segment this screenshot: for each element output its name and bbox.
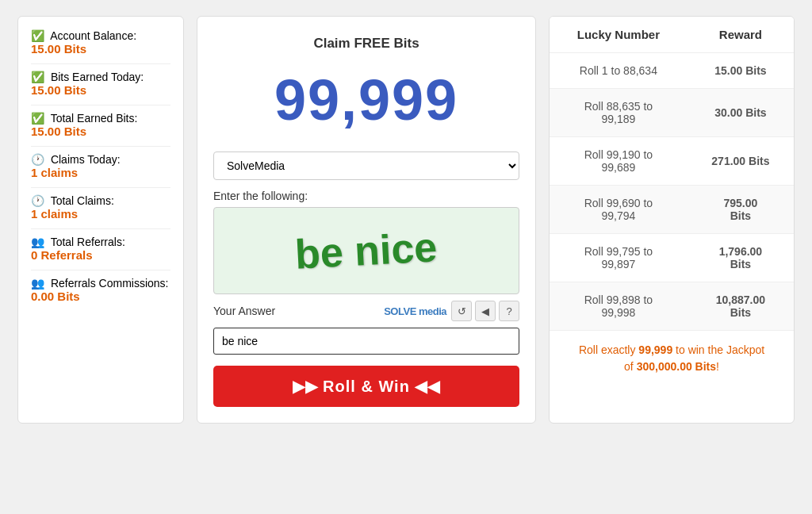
reward-row-2: Roll 99,190 to99,689271.00 Bits (550, 137, 794, 186)
stat-row-bits-earned-today: ✅ Bits Earned Today: 15.00 Bits (31, 71, 170, 97)
answer-input[interactable] (213, 328, 519, 355)
jackpot-amount: 300,000.00 Bits (637, 360, 716, 373)
jackpot-row: Roll exactly 99,999 to win the Jackpotof… (550, 331, 794, 386)
stat-label-claims-today: 🕐 Claims Today: (31, 153, 170, 166)
center-title: Claim FREE Bits (313, 36, 419, 52)
your-answer-label: Your Answer (213, 305, 275, 317)
stat-row-claims-today: 🕐 Claims Today: 1 claims (31, 153, 170, 179)
range-cell-5: Roll 99,898 to99,998 (550, 282, 688, 331)
captcha-image: be nice (213, 207, 519, 294)
stat-label-text-total-earned-bits: Total Earned Bits: (51, 112, 138, 125)
captcha-instruction: Enter the following: (213, 190, 519, 202)
stat-value-claims-today: 1 claims (31, 166, 170, 179)
reward-row-0: Roll 1 to 88,63415.00 Bits (550, 53, 794, 89)
stat-icon-claims-today: 🕐 (31, 153, 44, 166)
divider-1 (31, 105, 170, 105)
solve-media-logo: SOLVE media (384, 305, 446, 317)
right-panel: Lucky Number Reward Roll 1 to 88,63415.0… (549, 16, 795, 424)
reward-cell-1: 30.00 Bits (688, 89, 794, 137)
stat-label-bits-earned-today: ✅ Bits Earned Today: (31, 71, 170, 83)
stat-row-total-referrals: 👥 Total Referrals: 0 Referrals (31, 236, 170, 262)
stat-label-total-claims: 🕐 Total Claims: (31, 194, 170, 207)
stat-icon-referrals-commissions: 👥 (31, 277, 44, 290)
divider-3 (31, 187, 170, 188)
reward-cell-3: 795.00Bits (688, 186, 794, 234)
stat-value-bits-earned-today: 15.00 Bits (31, 83, 170, 97)
stat-label-referrals-commissions: 👥 Referrals Commissions: (31, 277, 170, 290)
stat-value-account-balance: 15.00 Bits (31, 42, 170, 56)
stat-icon-account-balance: ✅ (31, 29, 44, 42)
stat-label-text-total-claims: Total Claims: (51, 194, 114, 207)
divider-0 (31, 63, 170, 64)
roll-win-button[interactable]: ▶▶ Roll & Win ◀◀ (213, 366, 519, 407)
range-cell-3: Roll 99,690 to99,794 (550, 186, 688, 234)
stat-icon-total-earned-bits: ✅ (31, 112, 44, 125)
stat-label-text-claims-today: Claims Today: (51, 153, 121, 166)
stat-value-total-referrals: 0 Referrals (31, 248, 170, 262)
reward-row-5: Roll 99,898 to99,99810,887.00Bits (550, 282, 794, 331)
captcha-help-button[interactable]: ? (499, 301, 519, 321)
center-panel: Claim FREE Bits 99,999 SolveMediareCAPTC… (197, 16, 536, 424)
jackpot-number: 99,999 (638, 343, 672, 356)
captcha-display-text: be nice (294, 223, 439, 278)
stat-row-referrals-commissions: 👥 Referrals Commissions: 0.00 Bits (31, 277, 170, 303)
stat-label-text-bits-earned-today: Bits Earned Today: (51, 71, 144, 83)
solve-text: SOLVE (384, 305, 416, 317)
stat-icon-total-claims: 🕐 (31, 194, 44, 207)
reward-cell-0: 15.00 Bits (688, 53, 794, 89)
media-text: media (416, 305, 446, 317)
captcha-refresh-button[interactable]: ↺ (451, 301, 472, 321)
stat-icon-bits-earned-today: ✅ (31, 71, 44, 83)
range-cell-2: Roll 99,190 to99,689 (550, 137, 688, 186)
captcha-audio-button[interactable]: ◀ (475, 301, 496, 321)
lucky-number-header: Lucky Number (550, 17, 688, 53)
reward-cell-5: 10,887.00Bits (688, 282, 794, 331)
left-panel: ✅ Account Balance: 15.00 Bits ✅ Bits Ear… (17, 16, 184, 424)
stat-label-total-referrals: 👥 Total Referrals: (31, 236, 170, 248)
stat-value-referrals-commissions: 0.00 Bits (31, 290, 170, 303)
reward-table: Lucky Number Reward Roll 1 to 88,63415.0… (550, 17, 794, 331)
reward-cell-4: 1,796.00Bits (688, 234, 794, 282)
stat-icon-total-referrals: 👥 (31, 236, 44, 248)
reward-row-3: Roll 99,690 to99,794795.00Bits (550, 186, 794, 234)
range-cell-0: Roll 1 to 88,634 (550, 53, 688, 89)
stat-row-total-claims: 🕐 Total Claims: 1 claims (31, 194, 170, 221)
roll-number: 99,999 (274, 67, 458, 132)
stat-label-total-earned-bits: ✅ Total Earned Bits: (31, 112, 170, 125)
reward-header: Reward (688, 17, 794, 53)
captcha-controls: ↺ ◀ ? (451, 301, 519, 321)
stat-label-text-total-referrals: Total Referrals: (51, 236, 125, 248)
captcha-provider-select[interactable]: SolveMediareCAPTCHAhCaptcha (213, 152, 519, 180)
range-cell-4: Roll 99,795 to99,897 (550, 234, 688, 282)
stat-value-total-claims: 1 claims (31, 207, 170, 221)
captcha-footer: Your Answer SOLVE media ↺ ◀ ? (213, 301, 519, 321)
divider-5 (31, 270, 170, 270)
range-cell-1: Roll 88,635 to99,189 (550, 89, 688, 137)
stat-row-total-earned-bits: ✅ Total Earned Bits: 15.00 Bits (31, 112, 170, 138)
divider-2 (31, 146, 170, 147)
stat-value-total-earned-bits: 15.00 Bits (31, 125, 170, 138)
stat-label-text-referrals-commissions: Referrals Commissions: (51, 277, 169, 290)
stat-label-account-balance: ✅ Account Balance: (31, 29, 170, 42)
stat-row-account-balance: ✅ Account Balance: 15.00 Bits (31, 29, 170, 56)
reward-row-1: Roll 88,635 to99,18930.00 Bits (550, 89, 794, 137)
reward-cell-2: 271.00 Bits (688, 137, 794, 186)
stat-label-text-account-balance: Account Balance: (50, 29, 136, 42)
reward-row-4: Roll 99,795 to99,8971,796.00Bits (550, 234, 794, 282)
main-container: ✅ Account Balance: 15.00 Bits ✅ Bits Ear… (17, 16, 795, 424)
divider-4 (31, 228, 170, 229)
